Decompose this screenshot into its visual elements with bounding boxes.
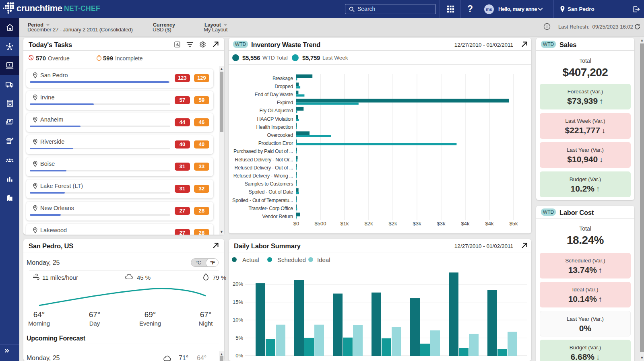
svg-text:$2k: $2k (365, 221, 373, 227)
svg-text:5%: 5% (235, 335, 243, 341)
svg-text:Samples to Customers: Samples to Customers (245, 181, 293, 187)
svg-text:Dropped: Dropped (275, 84, 293, 89)
svg-text:$2k: $2k (389, 221, 397, 227)
svg-text:HAACP Violation: HAACP Violation (257, 116, 293, 122)
svg-text:Production Error: Production Error (258, 140, 293, 146)
svg-text:Refused Delivery - Wrong ...: Refused Delivery - Wrong ... (233, 173, 293, 179)
svg-text:$4k: $4k (485, 221, 494, 227)
svg-text:Transfer- Corp Office: Transfer- Corp Office (249, 206, 293, 211)
svg-text:Spoiled - Out of Temperatu...: Spoiled - Out of Temperatu... (232, 198, 293, 203)
svg-text:$1k: $1k (341, 221, 349, 227)
svg-text:Vendor Return: Vendor Return (262, 214, 293, 219)
svg-text:0%: 0% (235, 353, 243, 359)
svg-text:Breakage: Breakage (272, 76, 293, 81)
svg-text:Health Inspection: Health Inspection (256, 124, 293, 130)
svg-text:10%: 10% (233, 317, 243, 323)
svg-text:Expired: Expired (277, 100, 293, 105)
svg-text:Refused Delivery - Out of ...: Refused Delivery - Out of ... (234, 165, 293, 171)
svg-text:$4k: $4k (461, 221, 470, 227)
svg-text:15%: 15% (233, 299, 243, 305)
svg-text:Fry Oil Adjusted: Fry Oil Adjusted (260, 108, 293, 113)
svg-text:End of Day Waste: End of Day Waste (255, 92, 293, 97)
svg-text:Purchased by Paid Out of ...: Purchased by Paid Out of ... (233, 149, 293, 154)
svg-text:$0: $0 (293, 221, 299, 227)
svg-text:Spoiled - Out of Date: Spoiled - Out of Date (249, 189, 293, 195)
svg-text:$3k: $3k (437, 221, 446, 227)
svg-text:20%: 20% (233, 281, 243, 287)
svg-text:Refused Delivery - Not Or...: Refused Delivery - Not Or... (235, 157, 293, 163)
svg-text:$5k: $5k (510, 221, 518, 227)
svg-text:$3k: $3k (413, 221, 421, 227)
svg-text:Overcooked: Overcooked (267, 132, 293, 138)
svg-text:$500: $500 (315, 221, 326, 227)
